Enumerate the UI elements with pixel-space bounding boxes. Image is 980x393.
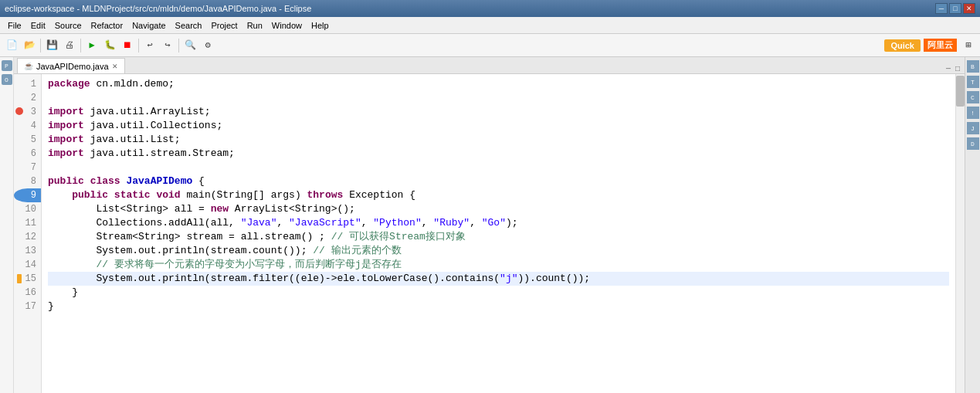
stop-button[interactable]: ⏹ [119, 37, 136, 54]
scrollbar-thumb[interactable] [956, 76, 965, 107]
close-button[interactable]: ✕ [963, 3, 975, 14]
minimize-editor-button[interactable]: ─ [944, 65, 952, 73]
menu-window[interactable]: Window [267, 19, 307, 32]
minimize-button[interactable]: ─ [935, 3, 948, 14]
tab-controls: ─ □ [941, 65, 965, 73]
editor-tab[interactable]: ☕ JavaAPIDemo.java ✕ [17, 58, 125, 73]
toolbar: 📄 📂 💾 🖨 ▶ 🐛 ⏹ ↩ ↪ 🔍 ⚙ Quick 阿里云 ⊞ [0, 34, 980, 57]
settings-button[interactable]: ⚙ [199, 37, 216, 54]
line-num-12: 12 [14, 230, 41, 244]
outline-icon[interactable]: O [2, 74, 12, 85]
vertical-scrollbar[interactable] [955, 74, 965, 393]
toolbar-sep-2 [80, 39, 81, 53]
code-line-1: package cn.mldn.demo; [48, 77, 949, 91]
maximize-button[interactable]: □ [949, 3, 961, 14]
code-line-11: Collections.addAll(all, "Java", "JavaScr… [48, 216, 949, 230]
code-line-17: } [48, 300, 949, 313]
right-sidebar: B T C ! J D [965, 57, 980, 393]
line-num-10: 10 [14, 202, 41, 216]
search-button[interactable]: 🔍 [181, 37, 198, 54]
toolbar-sep-4 [178, 39, 179, 53]
logo-box: 阿里云 [924, 39, 957, 52]
line-numbers: 1 2 3 4 5 6 7 8 9 10 11 12 13 14 15 16 1… [14, 74, 42, 393]
code-line-16: } [48, 286, 949, 300]
new-button[interactable]: 📄 [3, 37, 20, 54]
java-file-icon: ☕ [24, 62, 33, 70]
code-line-9: public static void main(String[] args) t… [48, 188, 949, 202]
code-editor: 1 2 3 4 5 6 7 8 9 10 11 12 13 14 15 16 1… [14, 74, 965, 393]
line-num-2: 2 [14, 91, 41, 105]
save-button[interactable]: 💾 [43, 37, 60, 54]
menu-file[interactable]: File [3, 19, 26, 32]
toolbar-sep-1 [40, 39, 41, 53]
window-controls: ─ □ ✕ [935, 3, 975, 14]
menu-bar: File Edit Source Refactor Navigate Searc… [0, 17, 980, 34]
tab-bar: ☕ JavaAPIDemo.java ✕ ─ □ [14, 57, 965, 74]
code-line-12: Stream<String> stream = all.stream() ; /… [48, 230, 949, 244]
code-line-6: import java.util.stream.Stream; [48, 147, 949, 161]
menu-run[interactable]: Run [242, 19, 267, 32]
code-line-13: System.out.println(stream.count()); // 输… [48, 244, 949, 258]
left-gutter: P O [0, 57, 14, 393]
line-num-14: 14 [14, 258, 41, 272]
open-button[interactable]: 📂 [21, 37, 38, 54]
line-num-16: 16 [14, 286, 41, 300]
code-line-14: // 要求将每一个元素的字母变为小写字母，而后判断字母j是否存在 [48, 258, 949, 272]
code-line-4: import java.util.Collections; [48, 119, 949, 133]
code-line-7 [48, 161, 949, 174]
line-num-15: 15 [14, 272, 41, 286]
declaration-icon[interactable]: D [967, 137, 979, 150]
line-num-3: 3 [14, 105, 41, 119]
code-line-15: System.out.println(stream.filter((ele)->… [48, 272, 949, 286]
line-num-5: 5 [14, 133, 41, 147]
console-icon[interactable]: C [967, 91, 979, 103]
problems-icon[interactable]: ! [967, 107, 979, 119]
menu-source[interactable]: Source [50, 19, 86, 32]
toolbar-right: Quick 阿里云 ⊞ [884, 37, 977, 54]
line-num-6: 6 [14, 147, 41, 161]
title-text: eclipse-workspace - MLDNProject/src/cn/m… [5, 4, 935, 13]
title-bar: eclipse-workspace - MLDNProject/src/cn/m… [0, 0, 980, 17]
menu-search[interactable]: Search [171, 19, 207, 32]
line-num-8: 8 [14, 174, 41, 188]
debug-button[interactable]: 🐛 [101, 37, 118, 54]
menu-refactor[interactable]: Refactor [86, 19, 128, 32]
tab-close-button[interactable]: ✕ [112, 63, 118, 70]
code-content[interactable]: package cn.mldn.demo; import java.util.A… [42, 74, 955, 393]
line-num-11: 11 [14, 216, 41, 230]
tab-label: JavaAPIDemo.java [36, 62, 109, 71]
code-line-8: public class JavaAPIDemo { [48, 174, 949, 188]
code-line-5: import java.util.List; [48, 133, 949, 147]
quick-access-button[interactable]: Quick [884, 39, 921, 52]
line-num-13: 13 [14, 244, 41, 258]
javadoc-icon[interactable]: J [967, 122, 979, 134]
menu-edit[interactable]: Edit [26, 19, 50, 32]
line-num-9: 9 [14, 188, 41, 202]
line-num-7: 7 [14, 161, 41, 174]
code-line-3: import java.util.ArrayList; [48, 105, 949, 119]
editor-container: ☕ JavaAPIDemo.java ✕ ─ □ 1 2 3 4 5 6 7 8 [14, 57, 965, 393]
menu-navigate[interactable]: Navigate [127, 19, 170, 32]
line-num-1: 1 [14, 77, 41, 91]
code-line-10: List<String> all = new ArrayList<String>… [48, 202, 949, 216]
run-button[interactable]: ▶ [83, 37, 100, 54]
line-num-4: 4 [14, 119, 41, 133]
main-layout: P O ☕ JavaAPIDemo.java ✕ ─ □ 1 2 3 4 [0, 57, 980, 393]
tasks-icon[interactable]: T [967, 76, 979, 88]
bookmarks-icon[interactable]: B [967, 60, 979, 73]
perspective-button[interactable]: ⊞ [960, 37, 977, 54]
redo-button[interactable]: ↪ [159, 37, 176, 54]
code-line-2 [48, 91, 949, 105]
print-button[interactable]: 🖨 [61, 37, 78, 54]
undo-button[interactable]: ↩ [141, 37, 158, 54]
line-num-17: 17 [14, 300, 41, 313]
menu-help[interactable]: Help [307, 19, 334, 32]
toolbar-sep-3 [138, 39, 139, 53]
menu-project[interactable]: Project [206, 19, 242, 32]
maximize-editor-button[interactable]: □ [954, 65, 961, 73]
package-explorer-icon[interactable]: P [2, 60, 12, 71]
